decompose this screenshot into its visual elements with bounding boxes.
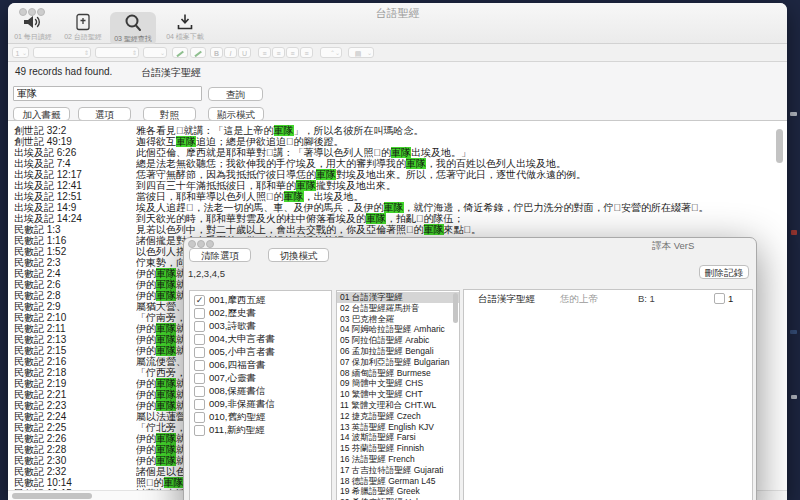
verse-reference: 出埃及記 6:26 bbox=[8, 147, 136, 158]
font-family-select[interactable]: ⇕ bbox=[33, 47, 91, 58]
version-row[interactable]: 06 孟加拉語聖經 Bengali bbox=[337, 346, 459, 357]
verse-row[interactable]: 出埃及記 14:9埃及人追趕𪜶，法老一切的馬、車、及伊的馬兵，及伊的軍隊，就佇海… bbox=[8, 202, 787, 213]
list-level-select[interactable]: 1⌄ bbox=[12, 47, 29, 58]
align-right-icon[interactable]: ≡ bbox=[286, 47, 299, 58]
add-bookmark-button[interactable]: 加入書籤 bbox=[13, 107, 70, 121]
version-row[interactable]: 11 繁體文理和合 CHT.WL bbox=[337, 400, 459, 411]
version-row[interactable]: 02 台語聖經羅馬拼音 bbox=[337, 303, 459, 314]
vertical-scrollbar-thumb[interactable] bbox=[776, 129, 783, 163]
book-group-row[interactable]: 011,新約聖經 bbox=[190, 424, 331, 437]
checkbox-unchecked[interactable] bbox=[194, 425, 205, 436]
bold-button[interactable]: B bbox=[210, 47, 223, 58]
verse-row[interactable]: 創世記 32:2雅各看見𪜶就講：「這是上帝的軍隊」，所以名彼所在叫瑪哈念。 bbox=[8, 125, 787, 136]
desktop-icon-fragment bbox=[791, 230, 797, 235]
version-row[interactable]: 15 芬蘭語聖經 Finnish bbox=[337, 443, 459, 454]
book-group-row[interactable]: 007,心靈書 bbox=[190, 372, 331, 385]
verse-reference: 民數記 2:25 bbox=[8, 422, 136, 433]
underline-button[interactable]: U bbox=[238, 47, 251, 58]
version-row[interactable]: 17 古吉拉特語聖經 Gujarati bbox=[337, 465, 459, 476]
highlighted-term: 軍隊 bbox=[164, 477, 184, 488]
search-button[interactable]: 查詢 bbox=[208, 87, 263, 101]
version-row[interactable]: 19 希臘語聖經 Greek bbox=[337, 486, 459, 497]
version-row[interactable]: 13 英語聖經 English KJV bbox=[337, 422, 459, 433]
verse-reference: 民數記 1:52 bbox=[8, 246, 136, 257]
font-size-combo[interactable]: ⌄ bbox=[143, 47, 167, 58]
checkbox-unchecked[interactable] bbox=[194, 308, 205, 319]
checkbox-unchecked[interactable] bbox=[194, 399, 205, 410]
clear-options-button[interactable]: 清除選項 bbox=[189, 248, 251, 262]
checkbox-unchecked[interactable] bbox=[194, 360, 205, 371]
highlighted-term: 軍隊 bbox=[156, 268, 176, 279]
version-row[interactable]: 14 波斯語聖經 Farsi bbox=[337, 432, 459, 443]
book-group-row[interactable]: 003,詩歌書 bbox=[190, 320, 331, 333]
version-row[interactable]: 09 簡體中文聖經 CHS bbox=[337, 378, 459, 389]
toolbar-item-2[interactable]: 02 台語聖經 bbox=[60, 12, 106, 44]
delete-record-button[interactable]: 刪除記錄 bbox=[699, 265, 749, 279]
verse-row[interactable]: 民數記 1:3見若以色列中，對二十歲以上，會出去交戰的，你及亞倫著照𪜶的軍隊來點… bbox=[8, 224, 787, 235]
verse-text: 當彼日，耶和華導以色列人照𪜶的軍隊，出埃及地。 bbox=[136, 191, 787, 202]
book-group-row[interactable]: 010,舊約聖經 bbox=[190, 411, 331, 424]
version-row[interactable]: 04 阿姆哈拉語聖經 Amharic bbox=[337, 324, 459, 335]
dialog-minimize-button[interactable] bbox=[197, 240, 205, 248]
version-row[interactable]: 10 繁體中文聖經 CHT bbox=[337, 389, 459, 400]
window-title: 台語聖經 bbox=[376, 6, 420, 21]
checkbox-unchecked[interactable] bbox=[194, 412, 205, 423]
checkbox-unchecked[interactable] bbox=[194, 321, 205, 332]
search-input[interactable] bbox=[13, 86, 202, 101]
checkbox-checked[interactable]: ✓ bbox=[194, 295, 205, 306]
align-center-icon[interactable]: ≡ bbox=[272, 47, 285, 58]
book-group-row[interactable]: 008,保羅書信 bbox=[190, 385, 331, 398]
version-row[interactable]: 16 法語聖經 French bbox=[337, 454, 459, 465]
list-style-select[interactable]: ▤⌄ bbox=[348, 47, 374, 58]
options-button[interactable]: 選項 bbox=[78, 107, 131, 121]
toolbar-item-3[interactable]: 03 聖經查找 bbox=[110, 12, 156, 46]
checkbox-unchecked[interactable] bbox=[194, 347, 205, 358]
compare-button[interactable]: 對照 bbox=[143, 107, 196, 121]
version-row[interactable]: 01 台語漢字聖經 bbox=[337, 292, 459, 303]
italic-button[interactable]: I bbox=[224, 47, 237, 58]
toolbar-item-1[interactable]: 01 每日讀經 bbox=[10, 12, 56, 44]
strikethrough-icon[interactable] bbox=[172, 47, 188, 58]
verse-row[interactable]: 出埃及記 6:26此個亞倫、摩西就是耶和華對𪜶講：「著導以色列人照𪜶的軍隊出埃及… bbox=[8, 147, 787, 158]
book-group-list: ✓001,摩西五經002,歷史書003,詩歌書004,大申言者書005,小申言者… bbox=[189, 290, 332, 500]
toolbar-item-4[interactable]: 04 檔案下載 bbox=[162, 12, 208, 44]
verse-row[interactable]: 出埃及記 12:51當彼日，耶和華導以色列人照𪜶的軍隊，出埃及地。 bbox=[8, 191, 787, 202]
verse-reference: 民數記 1:16 bbox=[8, 235, 136, 246]
book-group-label: 003,詩歌書 bbox=[209, 320, 256, 333]
verse-row[interactable]: 出埃及記 12:41到四百三十年滿抵抵彼日，耶和華的軍隊攏對埃及地出來。 bbox=[8, 180, 787, 191]
verse-row[interactable]: 出埃及記 14:24到天欲光的時，耶和華對雲及火的柱中俯落看埃及的軍隊，拍亂𪜶的… bbox=[8, 213, 787, 224]
book-group-label: 005,小申言者書 bbox=[209, 346, 275, 359]
version-row[interactable]: 05 阿拉伯語聖經 Arabic bbox=[337, 335, 459, 346]
verse-row[interactable]: 出埃及記 12:17恁著守無酵節，因為我抵抵佇彼日導恁的軍隊對埃及地出來。所以，… bbox=[8, 169, 787, 180]
book-group-row[interactable]: 006,四福音書 bbox=[190, 359, 331, 372]
font-style-select[interactable]: ⇕ bbox=[95, 47, 139, 58]
version-row[interactable]: 08 緬甸語聖經 Burmese bbox=[337, 368, 459, 379]
checkbox-unchecked[interactable] bbox=[194, 334, 205, 345]
version-row[interactable]: 03 巴克禮全羅 bbox=[337, 314, 459, 325]
book-group-row[interactable]: 005,小申言者書 bbox=[190, 346, 331, 359]
checkbox-unchecked[interactable] bbox=[194, 386, 205, 397]
pencil-icon[interactable] bbox=[190, 47, 206, 58]
result-checkbox[interactable] bbox=[714, 293, 725, 304]
result-phrase: 恁的上帝 bbox=[560, 293, 598, 306]
align-justify-icon[interactable]: ≡ bbox=[300, 47, 313, 58]
book-group-row[interactable]: ✓001,摩西五經 bbox=[190, 294, 331, 307]
display-mode-button[interactable]: 顯示模式 bbox=[208, 107, 264, 121]
book-group-row[interactable]: 004,大申言者書 bbox=[190, 333, 331, 346]
version-list-scrollbar-thumb[interactable] bbox=[453, 293, 458, 323]
highlighted-term: 軍隊 bbox=[384, 202, 404, 213]
horizontal-scrollbar-thumb[interactable] bbox=[12, 493, 92, 499]
version-row[interactable]: 12 捷克語聖經 Czech bbox=[337, 411, 459, 422]
version-row[interactable]: 18 德語聖經 German L45 bbox=[337, 476, 459, 487]
align-left-icon[interactable]: ≡ bbox=[258, 47, 271, 58]
dialog-zoom-button[interactable] bbox=[206, 240, 214, 248]
switch-mode-button[interactable]: 切換模式 bbox=[268, 248, 329, 262]
verse-row[interactable]: 出埃及記 7:4總是法老無欲聽恁；我欲伸我的手佇埃及，用大的審判導我的軍隊，我的… bbox=[8, 158, 787, 169]
verse-row[interactable]: 創世記 49:19迦得欲互軍隊追迫；總是伊欲追迫𪜶的腳後蹬。 bbox=[8, 136, 787, 147]
book-group-row[interactable]: 002,歷史書 bbox=[190, 307, 331, 320]
checkbox-unchecked[interactable] bbox=[194, 373, 205, 384]
version-row[interactable]: 07 保加利亞語聖經 Bulgarian bbox=[337, 357, 459, 368]
dialog-close-button[interactable] bbox=[188, 240, 196, 248]
spacing-stepper[interactable]: ⌃⌄ bbox=[320, 47, 342, 58]
book-group-row[interactable]: 009,非保羅書信 bbox=[190, 398, 331, 411]
